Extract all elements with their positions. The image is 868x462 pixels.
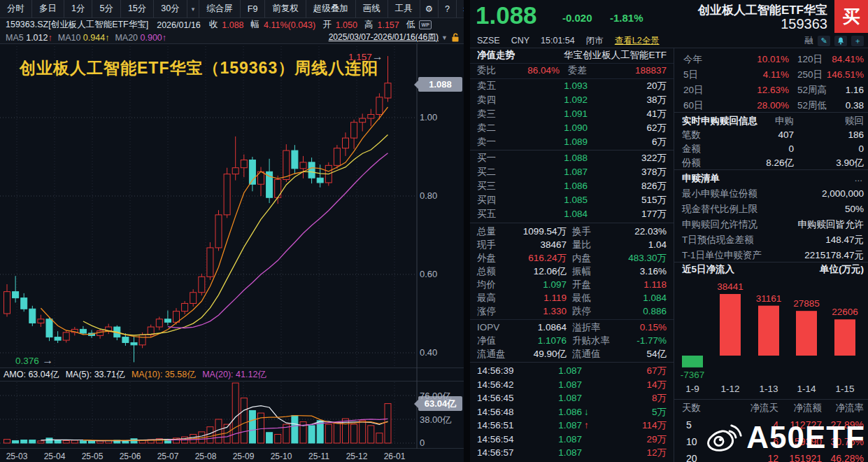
tick-time: 14:56:39 [477,365,514,377]
x-label: 25-10 [271,451,292,461]
timesales-row: 14:56:451.0878万 [470,392,674,405]
volume-tick: 38.00亿 [420,414,460,426]
toolbar-tool-4[interactable]: 超级叠加 [306,0,356,18]
level-label: 卖四 [477,94,496,106]
ask-row[interactable]: 卖三1.09141万 [470,108,674,120]
stat-value: 22.03% [634,225,667,238]
high-label: 高 [364,19,373,31]
subs-col: 申购 [750,115,794,127]
ask-row[interactable]: 卖五1.09320万 [470,80,674,92]
stat-label: 均价 [477,279,496,291]
subs-value: 0 [858,143,864,155]
redeem-label: 现金替代比例上限 [682,203,757,216]
stat-label: 跌停 [572,305,591,318]
buy-button[interactable]: 买 [834,0,868,33]
tick-time: 14:56:51 [477,419,514,432]
stat-row: 流通盘49.90亿流通值54亿 [470,348,674,360]
help-icon[interactable]: ? [439,0,457,18]
perf-row: 今年10.01%120日84.41% [674,53,868,66]
svg-text:1-15: 1-15 [835,384,854,394]
toolbar-item-6[interactable]: 30分 [154,0,187,18]
toolbar-tool-1[interactable]: 综合屏 [199,0,241,18]
stat-value: 1.084 [643,292,667,304]
ask-row[interactable]: 卖四1.09238万 [470,94,674,106]
ask-row[interactable]: 卖一1.0896万 [470,136,674,148]
divider [470,319,674,320]
watermark: A50ETF [706,420,865,455]
timesales-row: 14:56:511.087↑114万 [470,419,674,432]
svg-text:22606: 22606 [832,307,858,317]
tick-price: 1.086 [530,406,582,419]
date-range[interactable]: 2025/03/07-2026/01/16(46周) [329,31,439,43]
margin-flag: 融 [805,35,814,47]
symbol-code: 159363.SZ[创业板人工智能ETF华宝] [6,19,148,31]
high-value: 1.157 [377,20,399,30]
period-dropdown-icon[interactable]: ▾ [187,0,199,18]
stat-value: 0.15% [640,321,667,334]
stat-value: 1.119 [504,292,567,304]
tick-size: 8万 [652,392,667,405]
volume-tick: 0 [420,438,460,448]
stat-label: 涨停 [477,305,496,318]
bid-row[interactable]: 买二1.087378万 [470,166,674,178]
level-size: 515万 [641,194,667,206]
redeem-row: T日预估现金差额148.47元 [674,234,868,246]
stat-label: 现手 [477,239,496,251]
tick-size: 29万 [646,433,667,446]
x-label: 26-01 [384,451,406,461]
bid-row[interactable]: 买五1.084177万 [470,208,674,220]
toolbar-item-4[interactable]: 5分 [92,0,120,18]
more-ellipsis[interactable]: ... [855,172,862,185]
level-size: 177万 [641,208,667,220]
toolbar-item-1[interactable]: 分时 [0,0,32,18]
wp-window-icon[interactable]: WP [419,20,432,29]
stat-label: 最低 [572,292,591,304]
toolbar-tool-6[interactable]: 工具 [388,0,420,18]
perf-row: 5日4.11%250日146.51% [674,69,868,81]
stat-value: 3.16% [640,265,667,278]
unlock-icon[interactable] [451,33,460,42]
level-label: 卖二 [477,122,496,134]
redeem-value: 2,000,000 [822,188,864,200]
redeem-row: 现金替代比例上限50% [674,203,868,216]
l2-link[interactable]: 查看L2全景 [615,35,660,47]
tick-time: 14:56:48 [477,406,514,419]
toolbar-item-5[interactable]: 15分 [121,0,154,18]
level-size: 378万 [641,166,667,178]
perf-value: 0.38 [846,99,864,112]
bid-row[interactable]: 买三1.086826万 [470,180,674,192]
redeem-label: T-1日单位申赎资产 [682,249,762,262]
toolbar-tool-2[interactable]: F9 [241,0,266,18]
x-label: 25-04 [44,451,66,461]
edit-icon[interactable]: ✎ [818,36,830,46]
toolbar-tool-3[interactable]: 前复权 [265,0,306,18]
gear-icon[interactable]: ⚙ [420,0,439,18]
x-axis-labels: 25-0325-0425-0525-0625-0725-0825-0925-10… [0,451,417,462]
redeem-value: 148.47元 [825,234,864,246]
toolbar-item-2[interactable]: 多日 [32,0,64,18]
add-icon[interactable]: ＋ [851,36,864,46]
redeem-label: 最小申赎单位份额 [682,188,757,200]
amo-value: AMO: 63.04亿 [3,370,59,379]
stat-value: 1.330 [504,305,567,318]
bid-row[interactable]: 买一1.088322万 [470,152,674,164]
price-tick: 1.00 [420,112,460,122]
stat-value: 49.90亿 [504,348,567,360]
toolbar-tool-5[interactable]: 画线 [356,0,388,18]
bid-row[interactable]: 买四1.085515万 [470,194,674,206]
low-label: 低 [406,19,415,31]
ask-row[interactable]: 卖二1.09062万 [470,122,674,134]
tick-time: 14:56:57 [477,447,514,459]
stat-row: 涨停1.330跌停0.886 [470,305,674,318]
divider [674,112,868,113]
perf-row: 20日12.63%52周高1.16 [674,84,868,97]
chevron-down-icon[interactable]: ▼ [441,34,448,41]
stat-value: 54亿 [646,348,667,360]
stat-row: 最高1.119最低1.084 [470,292,674,304]
alert-bell-icon[interactable] [834,36,847,46]
perf-row: 60日28.00%52周低0.38 [674,99,868,112]
toolbar-item-3[interactable]: 1分 [64,0,92,18]
perf-label: 120日 [797,53,823,66]
kline-chart-area[interactable]: 创业板人工智能ETF华宝（159363）周线八连阳 1.157→ 0.376 →… [0,43,464,462]
redeem-row: T-1日单位申赎资产2215178.47元 [674,249,868,262]
